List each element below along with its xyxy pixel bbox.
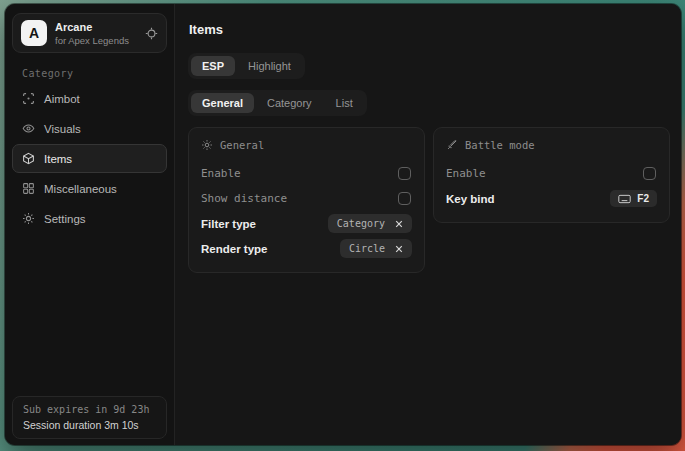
page-title: Items (189, 22, 670, 37)
setting-row-key-bind: Key bind F2 (446, 186, 657, 211)
setting-label: Enable (201, 167, 241, 180)
sword-icon (446, 139, 458, 151)
logo-text: Arcane for Apex Legends (55, 21, 137, 46)
sidebar-item-label: Items (44, 153, 72, 165)
sidebar-item-label: Miscellaneous (44, 183, 117, 195)
sidebar-item-label: Visuals (44, 123, 81, 135)
sidebar: A Arcane for Apex Legends Category (5, 4, 175, 445)
sidebar-item-label: Settings (44, 213, 86, 225)
crosshair-focus-icon[interactable] (145, 27, 158, 40)
setting-label: Key bind (446, 193, 495, 205)
enable-checkbox[interactable] (398, 167, 411, 180)
tab-list[interactable]: List (325, 93, 364, 113)
sidebar-item-miscellaneous[interactable]: Miscellaneous (12, 174, 167, 203)
setting-label: Show distance (201, 192, 287, 205)
tab-category[interactable]: Category (256, 93, 323, 113)
show-distance-checkbox[interactable] (398, 192, 411, 205)
render-type-value: Circle (349, 243, 385, 254)
app-window: A Arcane for Apex Legends Category (5, 4, 681, 445)
grid-icon (22, 182, 35, 195)
clear-icon[interactable] (395, 245, 403, 253)
main-content: Items ESP Highlight General Category Lis… (175, 4, 681, 445)
setting-label: Render type (201, 243, 267, 255)
setting-row-render-type: Render type Circle (201, 236, 412, 261)
setting-row-show-distance: Show distance (201, 186, 412, 211)
battle-enable-checkbox[interactable] (643, 167, 656, 180)
clear-icon[interactable] (395, 220, 403, 228)
sub-expires-text: Sub expires in 9d 23h (23, 404, 156, 415)
key-bind-value: F2 (637, 193, 649, 204)
setting-row-enable: Enable (201, 161, 412, 186)
app-subtitle: for Apex Legends (55, 35, 137, 46)
general-panel: General Enable Show distance Filter type… (188, 127, 425, 273)
panels-row: General Enable Show distance Filter type… (188, 127, 670, 273)
sidebar-item-label: Aimbot (44, 93, 80, 105)
general-panel-title: General (220, 139, 264, 151)
key-bind-button[interactable]: F2 (610, 190, 657, 207)
battle-mode-panel-title: Battle mode (465, 139, 535, 151)
sidebar-spacer (5, 234, 174, 396)
battle-mode-panel-header: Battle mode (446, 139, 657, 151)
app-logo: A (21, 20, 47, 46)
render-type-select[interactable]: Circle (340, 239, 412, 258)
app-title: Arcane (55, 21, 137, 33)
eye-icon (22, 122, 35, 135)
sidebar-item-settings[interactable]: Settings (12, 204, 167, 233)
box-icon (22, 152, 35, 165)
keyboard-icon (618, 194, 631, 204)
battle-mode-panel: Battle mode Enable Key bind (433, 127, 670, 223)
logo-card: A Arcane for Apex Legends (12, 13, 167, 53)
filter-type-value: Category (337, 218, 385, 229)
filter-type-select[interactable]: Category (328, 214, 412, 233)
sidebar-section-label: Category (22, 68, 174, 79)
setting-row-battle-enable: Enable (446, 161, 657, 186)
sidebar-item-items[interactable]: Items (12, 144, 167, 173)
setting-row-filter-type: Filter type Category (201, 211, 412, 236)
tab-highlight[interactable]: Highlight (237, 56, 302, 76)
general-panel-header: General (201, 139, 412, 151)
sidebar-item-aimbot[interactable]: Aimbot (12, 84, 167, 113)
sun-icon (201, 139, 213, 151)
sidebar-nav: Aimbot Visuals Items (5, 84, 174, 234)
gear-icon (22, 212, 35, 225)
viewfinder-icon (22, 92, 35, 105)
setting-label: Enable (446, 167, 486, 180)
session-info-box: Sub expires in 9d 23h Session duration 3… (12, 396, 167, 439)
session-duration-text: Session duration 3m 10s (23, 419, 156, 431)
view-tab-group: General Category List (188, 90, 367, 116)
sidebar-item-visuals[interactable]: Visuals (12, 114, 167, 143)
tab-general[interactable]: General (191, 93, 254, 113)
mode-tab-group: ESP Highlight (188, 53, 305, 79)
tab-esp[interactable]: ESP (191, 56, 235, 76)
setting-label: Filter type (201, 218, 256, 230)
